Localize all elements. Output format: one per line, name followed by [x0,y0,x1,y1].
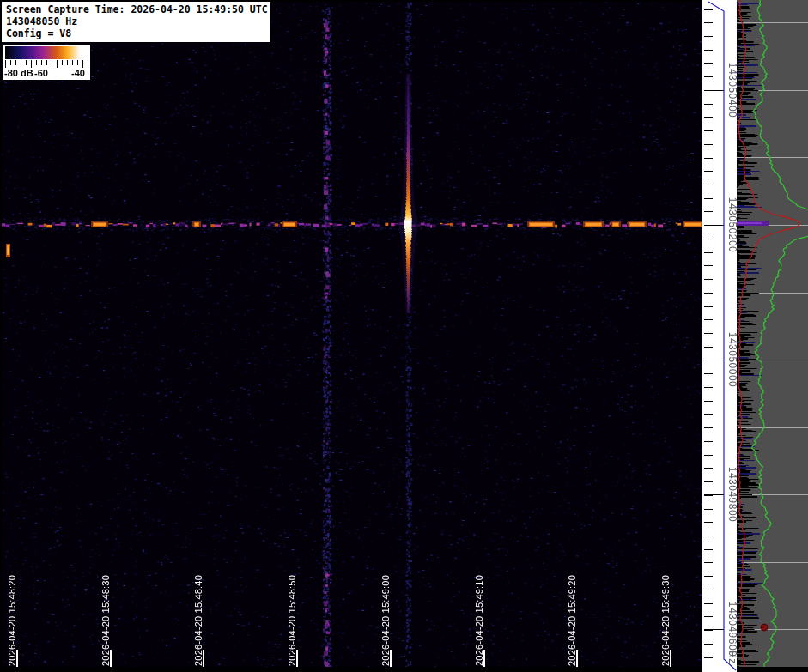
time-axis-label: 2026-04-20 15:48:30 [100,575,111,666]
waterfall-spectrogram-canvas [2,2,702,667]
legend-min-label: -80 dB [4,68,33,78]
spectrogram-screen-capture: Screen Capture Time: 2026-04-20 15:49:50… [0,0,808,672]
time-axis-label: 2026-04-20 15:48:40 [193,575,204,666]
frequency-axis-label: 143049600 [726,602,738,657]
time-axis-label: 2026-04-20 15:48:50 [287,575,297,666]
time-axis-label: 2026-04-20 15:49:30 [660,575,671,666]
time-axis-label: 2026-04-20 15:49:20 [567,575,577,666]
config-text: Config = V8 [6,27,270,39]
frequency-axis-label: 143050200 [726,197,738,253]
capture-time-text: Screen Capture Time: 2026-04-20 15:49:50… [6,3,270,15]
frequency-unit-label: Hz [726,651,738,664]
frequency-axis-label: 143050000 [726,332,738,388]
legend-mid-label: -60 [34,68,48,78]
frequency-axis-label: 143050400 [726,63,738,118]
time-axis-label: 2026-04-20 15:49:10 [474,575,484,666]
info-box: Screen Capture Time: 2026-04-20 15:49:50… [2,2,270,42]
receiver-frequency-text: 143048050 Hz [6,15,270,27]
frequency-axis-label: 143049800 [726,467,738,523]
color-gradient-bar [5,46,88,59]
time-axis-label: 2026-04-20 15:48:20 [7,575,17,666]
legend-max-label: -40 [71,68,85,78]
time-axis-label: 2026-04-20 15:49:00 [380,575,391,666]
legend-tick-ruler [5,60,88,68]
color-scale-legend: -80 dB -60 -40 [3,45,90,80]
spectrum-panel-canvas [737,0,808,672]
